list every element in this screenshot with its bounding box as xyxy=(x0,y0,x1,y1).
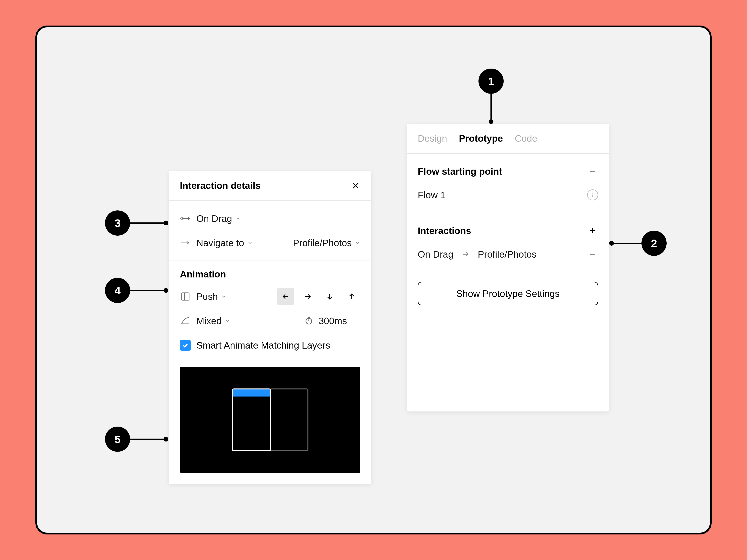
chevron-down-icon xyxy=(247,240,253,246)
duration-value: 300ms xyxy=(319,316,347,326)
direction-up-button[interactable] xyxy=(343,288,360,305)
easing-label: Mixed xyxy=(197,316,222,326)
chevron-down-icon xyxy=(225,318,230,324)
callout-1: 1 xyxy=(479,69,504,124)
info-icon xyxy=(589,191,596,198)
flow-info-button[interactable] xyxy=(587,189,598,201)
direction-down-button[interactable] xyxy=(321,288,338,305)
easing-dropdown[interactable]: Mixed xyxy=(197,316,230,326)
minus-icon xyxy=(588,250,597,259)
trigger-action-section: On Drag Navigate to Profile/Photos xyxy=(169,201,371,261)
push-icon xyxy=(180,292,191,301)
flow-section: Flow starting point Flow 1 xyxy=(407,154,609,213)
callout-badge: 3 xyxy=(105,210,130,236)
smart-animate-label: Smart Animate Matching Layers xyxy=(197,340,330,351)
flow-name[interactable]: Flow 1 xyxy=(418,190,445,201)
callout-3: 3 xyxy=(105,210,168,236)
interactions-header-row: Interactions xyxy=(418,221,598,240)
arrow-right-icon xyxy=(461,250,470,259)
animation-type-label: Push xyxy=(197,291,218,302)
tab-code[interactable]: Code xyxy=(515,133,537,144)
direction-right-button[interactable] xyxy=(299,288,316,305)
easing-duration-row: Mixed 300ms xyxy=(180,311,360,331)
callout-badge: 5 xyxy=(105,427,130,452)
minus-icon xyxy=(588,167,597,176)
panel-tabs: Design Prototype Code xyxy=(407,124,609,154)
interaction-details-title: Interaction details xyxy=(180,180,261,191)
interactions-title: Interactions xyxy=(418,225,471,236)
svg-rect-1 xyxy=(182,293,189,300)
preview-frame-back xyxy=(269,389,308,451)
tab-prototype[interactable]: Prototype xyxy=(459,133,503,144)
prototype-panel: Design Prototype Code Flow starting poin… xyxy=(407,124,609,411)
arrow-down-icon xyxy=(325,292,334,301)
arrow-right-icon xyxy=(303,292,312,301)
callout-2: 2 xyxy=(609,231,667,256)
duration-field[interactable]: 300ms xyxy=(319,316,347,326)
chevron-down-icon xyxy=(235,216,240,221)
close-icon xyxy=(351,181,360,190)
trigger-dropdown[interactable]: On Drag xyxy=(197,213,240,224)
flow-name-row: Flow 1 xyxy=(418,185,598,205)
callout-badge: 1 xyxy=(479,69,504,94)
trigger-row: On Drag xyxy=(180,209,360,228)
action-row: Navigate to Profile/Photos xyxy=(180,233,360,253)
callout-badge: 2 xyxy=(641,231,667,256)
direction-left-button[interactable] xyxy=(277,288,294,305)
destination-dropdown[interactable]: Profile/Photos xyxy=(293,238,360,248)
chevron-down-icon xyxy=(221,294,227,299)
arrow-up-icon xyxy=(347,292,356,301)
destination-label: Profile/Photos xyxy=(293,238,352,248)
flow-header-row: Flow starting point xyxy=(418,161,598,181)
animation-section-title: Animation xyxy=(180,269,360,279)
show-prototype-settings-button[interactable]: Show Prototype Settings xyxy=(418,282,598,305)
stopwatch-icon xyxy=(305,317,313,325)
trigger-label: On Drag xyxy=(197,213,232,224)
smart-animate-row: Smart Animate Matching Layers xyxy=(180,336,360,355)
interaction-details-header: Interaction details xyxy=(169,171,371,201)
animation-preview xyxy=(180,367,360,473)
animation-type-dropdown[interactable]: Push xyxy=(197,291,227,302)
check-icon xyxy=(182,342,189,349)
tab-design[interactable]: Design xyxy=(418,133,447,144)
interaction-item-row[interactable]: On Drag Profile/Photos xyxy=(418,244,598,264)
navigate-icon xyxy=(180,239,191,247)
interactions-section: Interactions On Drag Profile/Photos xyxy=(407,213,609,272)
smart-animate-checkbox[interactable] xyxy=(180,340,191,351)
callout-5: 5 xyxy=(105,427,168,452)
easing-icon xyxy=(180,316,191,326)
preview-frame-front xyxy=(232,389,271,451)
add-interaction-button[interactable] xyxy=(587,225,598,236)
drag-icon xyxy=(180,215,191,222)
settings-button-label: Show Prototype Settings xyxy=(456,288,560,299)
interaction-details-panel: Interaction details On Drag N xyxy=(169,171,371,484)
remove-interaction-button[interactable] xyxy=(587,249,598,260)
plus-icon xyxy=(588,226,597,235)
canvas-frame: Interaction details On Drag N xyxy=(35,26,712,534)
svg-point-4 xyxy=(592,193,593,194)
chevron-down-icon xyxy=(355,240,360,246)
close-button[interactable] xyxy=(351,181,360,190)
arrow-left-icon xyxy=(281,292,290,301)
action-dropdown[interactable]: Navigate to xyxy=(197,238,253,248)
flow-section-title: Flow starting point xyxy=(418,166,502,177)
callout-4: 4 xyxy=(105,278,168,303)
interaction-destination: Profile/Photos xyxy=(478,249,537,260)
animation-section: Animation Push xyxy=(169,261,371,363)
callout-badge: 4 xyxy=(105,278,130,303)
interaction-trigger: On Drag xyxy=(418,249,453,260)
action-label: Navigate to xyxy=(197,238,244,248)
remove-flow-button[interactable] xyxy=(587,166,598,177)
animation-type-row: Push xyxy=(180,287,360,306)
direction-group xyxy=(277,288,360,305)
